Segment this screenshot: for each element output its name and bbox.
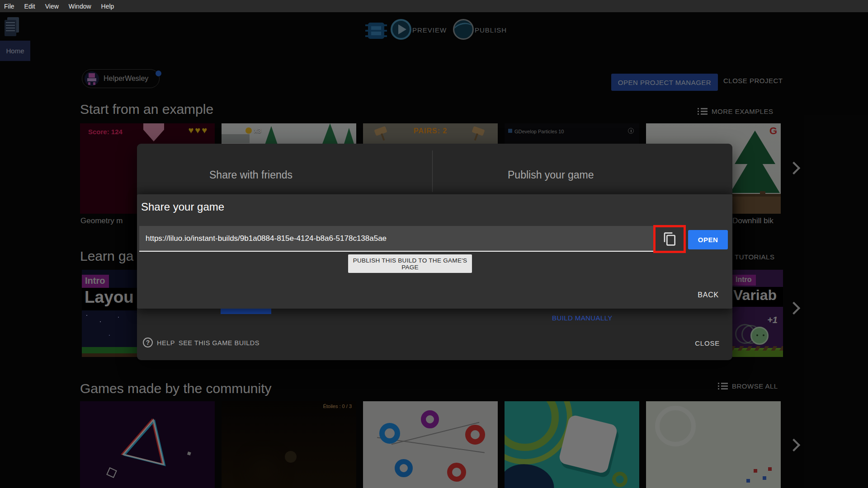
build-manually-link[interactable]: BUILD MANUALLY [552,314,613,322]
publish-dialog: Share with friends Publish your game BUI… [137,144,732,360]
menu-edit[interactable]: Edit [19,3,40,10]
back-button[interactable]: BACK [698,291,719,299]
open-game-button[interactable]: OPEN [688,230,728,249]
menu-help[interactable]: Help [96,3,119,10]
game-url-input[interactable] [139,226,655,252]
tab-share-with-friends[interactable]: Share with friends [209,169,292,181]
help-icon[interactable]: ? [143,338,153,347]
menu-file[interactable]: File [0,3,19,10]
see-game-builds-button[interactable]: SEE THIS GAME BUILDS [179,339,259,347]
menu-bar: File Edit View Window Help [0,0,868,12]
menu-window[interactable]: Window [64,3,96,10]
share-game-dialog: Share your game OPEN PUBLISH THIS BUILD … [137,194,732,309]
share-dialog-title: Share your game [141,201,224,213]
tab-divider [432,150,433,192]
menu-view[interactable]: View [40,3,64,10]
gdevelop-app: File Edit View Window Help Home PREVIEW … [0,0,868,488]
publish-build-button[interactable]: PUBLISH THIS BUILD TO THE GAME'S PAGE [348,254,472,273]
help-button[interactable]: HELP [157,339,175,347]
close-dialog-button[interactable]: CLOSE [695,339,720,347]
tab-publish-your-game[interactable]: Publish your game [508,169,594,181]
hidden-generate-button-edge [221,308,271,314]
annotation-highlight-box [653,225,686,253]
